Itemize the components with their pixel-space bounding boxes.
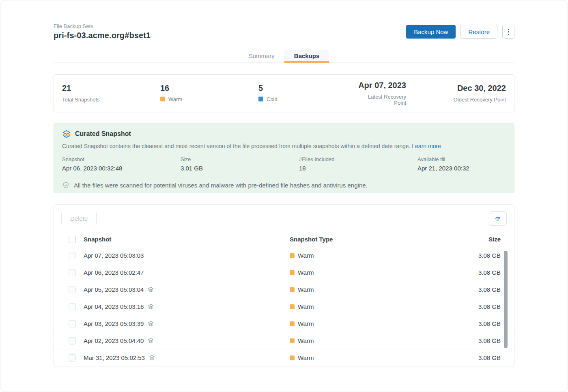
- stat-value: 16: [160, 84, 258, 93]
- vertical-scrollbar[interactable]: [504, 251, 508, 348]
- curated-description-text: Curated Snapshot contains the cleanest a…: [62, 143, 410, 149]
- warm-swatch: [290, 287, 295, 292]
- snapshot-date: Apr 07, 2023 05:03:03: [84, 252, 144, 259]
- type-swatch: [160, 97, 165, 101]
- table-row[interactable]: Mar 31, 2023 05:02:53 Warm 3.08 GB: [54, 349, 514, 366]
- warm-swatch: [290, 304, 295, 309]
- stat-item: 5 Cold: [258, 84, 357, 103]
- warm-swatch: [290, 270, 295, 275]
- curated-snapshot-icon: [149, 355, 155, 361]
- table-row[interactable]: Apr 05, 2023 05:03:04 Warm 3.08 GB: [54, 281, 514, 298]
- top-bar: File Backup Sets pri-fs-03.acme.org#bset…: [54, 23, 514, 40]
- snapshot-date: Apr 04, 2023 05:03:16: [84, 303, 144, 310]
- table-row[interactable]: Apr 02, 2023 05:04:40 Warm 3.08 GB: [54, 332, 514, 349]
- curated-snapshot-icon: [148, 286, 154, 293]
- column-header-snapshot[interactable]: Snapshot: [84, 236, 290, 243]
- snapshots-table-card: Delete Snapshot Snapshot Type Size Apr 0…: [54, 204, 514, 366]
- restore-button[interactable]: Restore: [460, 25, 497, 39]
- snapshot-date: Apr 06, 2023 05:02:47: [84, 269, 144, 276]
- stat-label: Latest Recovery Point: [357, 94, 406, 106]
- snapshot-date: Apr 05, 2023 05:03:04: [84, 286, 144, 293]
- stat-value: 21: [62, 84, 160, 93]
- row-checkbox[interactable]: [69, 252, 76, 259]
- snapshot-type-label: Warm: [298, 252, 314, 259]
- header-actions: Backup Now Restore: [406, 25, 514, 39]
- row-checkbox[interactable]: [69, 320, 76, 327]
- backup-now-button[interactable]: Backup Now: [406, 25, 456, 39]
- snapshot-date: Apr 02, 2023 05:04:40: [84, 337, 144, 344]
- curated-snapshot-icon: [148, 338, 154, 344]
- curated-field: Size 3.01 GB: [181, 156, 299, 172]
- stat-item: 21 Total Snapshots: [62, 84, 160, 103]
- stat-value: 5: [258, 84, 357, 93]
- stat-item: Apr 07, 2023 Latest Recovery Point: [357, 81, 406, 106]
- scan-note: All the files were scanned for potential…: [62, 181, 506, 189]
- warm-swatch: [290, 321, 295, 326]
- tab-backups[interactable]: Backups: [284, 50, 329, 63]
- snapshot-stats-card: 21 Total Snapshots 16 Warm 5 Cold Apr 07…: [54, 74, 514, 112]
- snapshot-size: 3.08 GB: [452, 354, 501, 361]
- row-checkbox[interactable]: [69, 286, 76, 293]
- warm-swatch: [290, 253, 295, 258]
- stat-item: 16 Warm: [160, 84, 258, 103]
- breadcrumb[interactable]: File Backup Sets: [54, 23, 151, 29]
- stat-label: Cold: [267, 96, 278, 102]
- table-row[interactable]: Apr 06, 2023 05:02:47 Warm 3.08 GB: [54, 264, 514, 281]
- row-checkbox[interactable]: [69, 269, 76, 276]
- divider: [62, 177, 506, 177]
- curated-field-label: #Files Included: [299, 156, 417, 162]
- stat-item: Dec 30, 2022 Oldest Recovery Point: [406, 84, 506, 103]
- kebab-menu-icon: [508, 29, 509, 35]
- title-block: File Backup Sets pri-fs-03.acme.org#bset…: [54, 23, 151, 40]
- tab-summary[interactable]: Summary: [239, 50, 284, 63]
- column-header-snapshot-type[interactable]: Snapshot Type: [290, 236, 452, 243]
- page: File Backup Sets pri-fs-03.acme.org#bset…: [0, 0, 568, 392]
- type-swatch: [258, 97, 263, 101]
- scan-note-text: All the files were scanned for potential…: [74, 182, 368, 189]
- curated-snapshot-icon: [148, 304, 154, 310]
- snapshot-size: 3.08 GB: [452, 286, 501, 293]
- stat-label: Total Snapshots: [62, 97, 100, 103]
- snapshot-type-label: Warm: [298, 354, 314, 361]
- table-row[interactable]: Apr 04, 2023 05:03:16 Warm 3.08 GB: [54, 298, 514, 315]
- snapshot-date: Apr 03, 2023 05:03:39: [84, 320, 144, 327]
- curated-snapshot-fields: Snapshot Apr 06, 2023 00:32:48 Size 3.01…: [62, 156, 506, 172]
- snapshot-type-label: Warm: [298, 337, 314, 344]
- row-checkbox[interactable]: [69, 303, 76, 310]
- snapshot-type-label: Warm: [298, 303, 314, 310]
- filter-button[interactable]: [489, 211, 507, 226]
- stat-value: Apr 07, 2023: [357, 81, 406, 90]
- snapshot-size: 3.08 GB: [452, 252, 501, 259]
- filter-icon: [494, 215, 502, 223]
- more-actions-button[interactable]: [502, 25, 514, 39]
- curated-field: Available till Apr 21, 2023 00:32: [417, 156, 506, 172]
- snapshot-size: 3.08 GB: [452, 303, 501, 310]
- warm-swatch: [290, 355, 295, 360]
- delete-button[interactable]: Delete: [61, 212, 97, 225]
- snapshot-date: Mar 31, 2023 05:02:53: [84, 354, 145, 361]
- warm-swatch: [290, 338, 295, 343]
- table-row[interactable]: Apr 03, 2023 05:03:39 Warm 3.08 GB: [54, 315, 514, 332]
- row-checkbox[interactable]: [69, 337, 76, 345]
- learn-more-link[interactable]: Learn more: [412, 143, 441, 149]
- curated-field-value: 18: [299, 165, 417, 172]
- stat-value: Dec 30, 2022: [406, 84, 506, 93]
- select-all-checkbox[interactable]: [69, 236, 76, 243]
- row-checkbox[interactable]: [69, 354, 76, 362]
- table-body: Apr 07, 2023 05:03:03 Warm 3.08 GB Apr 0…: [54, 247, 514, 366]
- stat-label: Oldest Recovery Point: [454, 97, 506, 103]
- page-title: pri-fs-03.acme.org#bset1: [54, 31, 151, 40]
- curated-snapshot-icon: [148, 321, 154, 327]
- curated-field-value: 3.01 GB: [181, 165, 299, 172]
- snapshot-size: 3.08 GB: [452, 269, 501, 276]
- snapshot-type-label: Warm: [298, 269, 314, 276]
- snapshot-size: 3.08 GB: [452, 320, 501, 327]
- column-header-size[interactable]: Size: [452, 236, 501, 243]
- curated-field-label: Snapshot: [62, 156, 181, 162]
- table-row[interactable]: Apr 07, 2023 05:03:03 Warm 3.08 GB: [54, 247, 514, 264]
- curated-field-label: Size: [181, 156, 299, 162]
- curated-snapshot-description: Curated Snapshot contains the cleanest a…: [62, 143, 506, 149]
- curated-field-value: Apr 06, 2023 00:32:48: [62, 165, 181, 172]
- table-toolbar: Delete: [54, 205, 514, 232]
- snapshot-type-label: Warm: [298, 320, 314, 327]
